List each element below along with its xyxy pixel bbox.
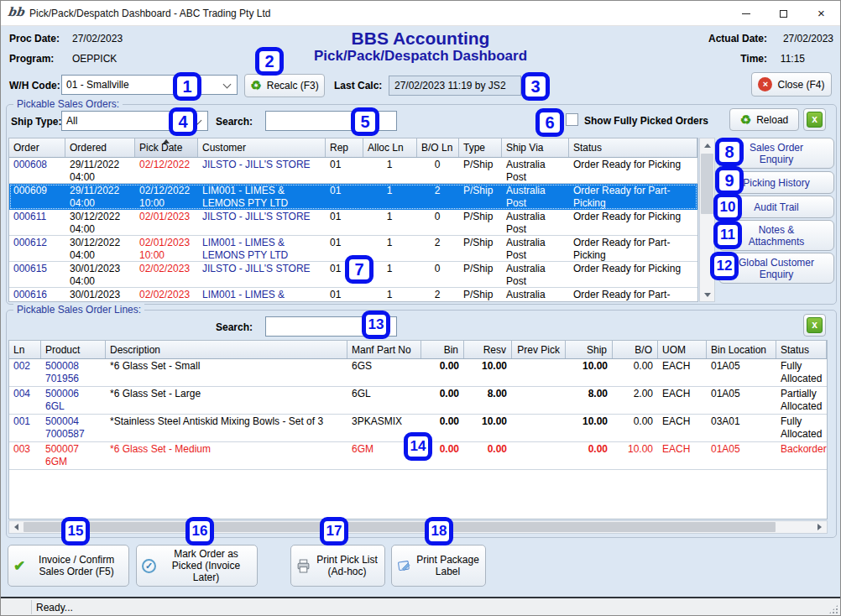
callout-badge-6: 6 xyxy=(535,108,564,137)
maximize-button[interactable] xyxy=(765,1,802,26)
column-header-bin-location[interactable]: Bin Location xyxy=(707,341,776,358)
last-calc-value: 27/02/2023 11:19 by JS2 xyxy=(389,76,521,96)
callout-badge-8: 8 xyxy=(715,138,744,166)
close-button[interactable]: × Close (F4) xyxy=(751,72,832,97)
orders-excel-export-button[interactable]: x xyxy=(803,108,826,131)
callout-badge-7: 7 xyxy=(345,255,373,284)
callout-badge-15: 15 xyxy=(61,517,90,546)
column-header-order[interactable]: Order xyxy=(9,138,65,157)
column-header-ship[interactable]: Ship xyxy=(566,341,613,358)
column-header-resv[interactable]: Resv xyxy=(464,341,512,358)
cell-type: P/Ship xyxy=(459,288,502,302)
recalc-button[interactable]: ♻ Recalc (F3) xyxy=(244,74,325,97)
excel-export-icon: x xyxy=(807,317,823,333)
cell-rep: 01 xyxy=(326,158,363,183)
cell-status: Fully Allocated xyxy=(776,415,827,441)
callout-badge-18: 18 xyxy=(425,517,453,546)
cell-ln: 001 xyxy=(9,415,41,441)
arrow-right-icon xyxy=(817,524,822,530)
print-package-label-button[interactable]: Print Package Label xyxy=(391,545,486,587)
column-header-b-o[interactable]: B/O xyxy=(613,341,658,358)
actual-date-value: 27/02/2023 xyxy=(783,33,833,44)
column-header-b-o-ln[interactable]: B/O Ln xyxy=(417,138,459,157)
scroll-up-button[interactable] xyxy=(700,138,714,152)
cell-product: 500008701956 xyxy=(41,359,106,386)
cell-bin-location: 01A05 xyxy=(707,442,776,469)
close-label: Close (F4) xyxy=(777,79,824,91)
recycle-icon: ♻ xyxy=(250,78,261,93)
order-row[interactable]: 00061630/01/2023 04:0002/02/2023LIM001 -… xyxy=(9,288,697,302)
column-header-rep[interactable]: Rep xyxy=(326,138,363,157)
cell-order: 000611 xyxy=(9,210,65,235)
cell-description: *Stainless Steel Antiskid Mixing Bowls -… xyxy=(106,415,347,441)
lines-excel-export-button[interactable]: x xyxy=(803,314,826,337)
cell-alloc-ln: 1 xyxy=(363,158,417,183)
orders-scrollbar-thumb[interactable] xyxy=(701,154,713,214)
order-row[interactable]: 00060829/11/2022 04:0002/12/2022JILSTO -… xyxy=(9,158,697,184)
time-label: Time: xyxy=(740,53,767,65)
wh-code-select[interactable]: 01 - Smallville xyxy=(61,75,238,95)
line-row[interactable]: 002500008701956*6 Glass Set - Small6GS0.… xyxy=(9,359,827,387)
line-row[interactable]: 0045000066GL*6 Glass Set - Large6GL0.008… xyxy=(9,387,827,415)
cell-bo-ln: 0 xyxy=(417,262,459,287)
reload-label: Reload xyxy=(756,114,788,126)
package-label-icon xyxy=(397,559,411,573)
cell-type: P/Ship xyxy=(459,210,502,235)
resize-grip[interactable] xyxy=(829,605,838,613)
lines-scrollbar[interactable] xyxy=(8,520,828,534)
cell-status: Partially Allocated xyxy=(776,387,827,414)
column-header-customer[interactable]: Customer xyxy=(198,138,326,157)
cell-ordered: 30/01/2023 04:00 xyxy=(65,288,135,302)
column-header-type[interactable]: Type xyxy=(459,138,502,157)
lines-scrollbar-thumb[interactable] xyxy=(24,522,776,532)
column-header-uom[interactable]: UOM xyxy=(658,341,707,358)
cell-status: Backorder xyxy=(776,442,827,469)
wh-code-label: W/H Code: xyxy=(9,80,60,91)
cell-ship: 10.00 xyxy=(566,359,613,386)
callout-badge-13: 13 xyxy=(362,311,390,339)
column-header-manf-part-no[interactable]: Manf Part No xyxy=(347,341,421,358)
invoice-confirm-button[interactable]: ✔ Invoice / Confirm Sales Order (F5) xyxy=(8,545,129,587)
order-row[interactable]: 00060929/11/2022 04:0002/12/2022 10:00LI… xyxy=(9,184,697,210)
close-circle-icon: × xyxy=(758,77,772,91)
cell-status: Fully Allocated xyxy=(776,359,827,386)
scroll-right-button[interactable] xyxy=(812,520,827,534)
callout-badge-11: 11 xyxy=(713,221,742,249)
callout-badge-16: 16 xyxy=(185,517,214,546)
scroll-down-button[interactable] xyxy=(700,288,714,301)
column-header-bin[interactable]: Bin xyxy=(421,341,464,358)
column-header-status[interactable]: Status xyxy=(569,138,697,157)
column-header-pick-date[interactable]: Pick Date xyxy=(135,138,198,157)
cell-bo: 0.00 xyxy=(613,359,658,386)
scroll-left-button[interactable] xyxy=(9,520,24,534)
column-header-status[interactable]: Status xyxy=(776,341,827,358)
cell-customer: LIM001 - LIMES & LEMONS PTY LTD xyxy=(198,236,326,261)
minimize-button[interactable] xyxy=(727,1,765,26)
column-header-ship-via[interactable]: Ship Via xyxy=(502,138,569,157)
status-text: Ready... xyxy=(36,602,73,613)
column-header-alloc-ln[interactable]: Alloc Ln xyxy=(363,138,417,157)
cell-status: Order Ready for Part-Picking xyxy=(569,288,697,302)
column-header-product[interactable]: Product xyxy=(41,341,106,358)
cell-type: P/Ship xyxy=(459,236,502,261)
cell-ship: 8.00 xyxy=(566,387,613,414)
sort-ascending-icon xyxy=(163,139,170,144)
column-header-description[interactable]: Description xyxy=(106,341,347,358)
cell-bo-ln: 0 xyxy=(417,158,459,183)
ship-type-label: Ship Type: xyxy=(11,116,61,128)
cell-ship-via: Australia Post xyxy=(502,184,569,209)
cell-prev-pick xyxy=(512,359,566,386)
column-header-ln[interactable]: Ln xyxy=(9,341,41,358)
reload-button[interactable]: ♻ Reload xyxy=(729,108,799,131)
column-header-prev-pick[interactable]: Prev Pick xyxy=(512,341,566,358)
show-fully-picked-checkbox[interactable] xyxy=(566,113,578,126)
callout-badge-3: 3 xyxy=(521,72,550,101)
callout-badge-5: 5 xyxy=(351,107,379,136)
order-row[interactable]: 00061130/12/2022 04:0002/01/2023JILSTO -… xyxy=(9,210,697,236)
close-window-button[interactable]: × xyxy=(802,1,840,26)
column-header-ordered[interactable]: Ordered xyxy=(65,138,135,157)
mark-picked-button[interactable]: ✓ Mark Order as Picked (Invoice Later) xyxy=(136,545,258,587)
print-pick-list-button[interactable]: Print Pick List (Ad-hoc) xyxy=(290,545,385,587)
cell-status: Order Ready for Picking xyxy=(569,158,697,183)
minimize-icon xyxy=(742,13,750,14)
